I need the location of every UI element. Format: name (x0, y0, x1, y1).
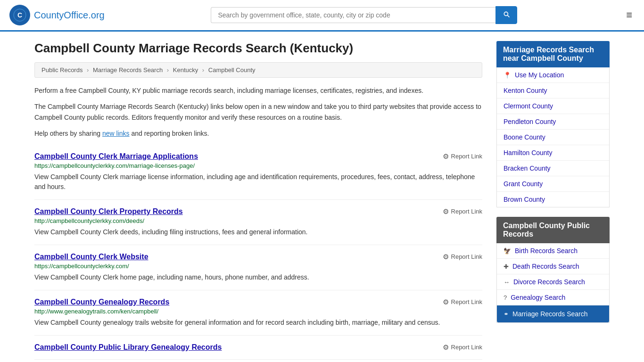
result-header-3: Campbell County Clerk Website ⚙ Report L… (34, 253, 482, 261)
report-link-2[interactable]: ⚙ Report Link (443, 207, 482, 216)
result-desc-2: View Campbell County Clerk deeds, includ… (34, 227, 482, 237)
result-item-2: Campbell County Clerk Property Records ⚙… (34, 200, 482, 245)
breadcrumb-current: Campbell County (208, 66, 256, 74)
logo-icon: C (9, 5, 30, 25)
sidebar-use-location[interactable]: 📍 Use My Location (497, 67, 609, 83)
report-label-4: Report Link (451, 298, 482, 305)
birth-icon: 🦅 (504, 247, 511, 255)
report-icon-2: ⚙ (443, 207, 449, 216)
sidebar-genealogy[interactable]: ? Genealogy Search (497, 290, 609, 305)
breadcrumb-marriage-records[interactable]: Marriage Records Search (93, 66, 163, 74)
result-desc-4: View Campbell County genealogy trails we… (34, 318, 482, 328)
genealogy-link[interactable]: Genealogy Search (511, 294, 565, 301)
result-title-5[interactable]: Campbell County Public Library Genealogy… (34, 343, 222, 352)
description-2: The Campbell County Marriage Records Sea… (34, 101, 482, 123)
result-item-4: Campbell County Genealogy Records ⚙ Repo… (34, 290, 482, 336)
search-button[interactable] (495, 6, 517, 24)
divorce-records-link[interactable]: Divorce Records Search (513, 278, 585, 286)
page-title: Campbell County Marriage Records Search … (34, 41, 482, 56)
breadcrumb-sep-3: › (202, 66, 204, 74)
report-link-3[interactable]: ⚙ Report Link (443, 253, 482, 261)
grant-county-link[interactable]: Grant County (504, 180, 543, 188)
kenton-county-link[interactable]: Kenton County (504, 87, 547, 94)
result-title-4[interactable]: Campbell County Genealogy Records (34, 298, 169, 306)
report-icon-5: ⚙ (443, 343, 449, 352)
sidebar-grant[interactable]: Grant County (497, 176, 609, 192)
description-3: Help others by sharing new links and rep… (34, 128, 482, 139)
death-icon: ✚ (504, 263, 509, 270)
logo-area: C CountyOffice.org (9, 5, 105, 25)
location-icon: 📍 (504, 72, 511, 79)
breadcrumb-public-records[interactable]: Public Records (41, 66, 83, 74)
sidebar-pendleton[interactable]: Pendleton County (497, 114, 609, 130)
sidebar-divorce-records[interactable]: ↔ Divorce Records Search (497, 274, 609, 290)
report-link-1[interactable]: ⚙ Report Link (443, 152, 482, 161)
genealogy-icon: ? (504, 294, 507, 301)
report-icon-4: ⚙ (443, 298, 449, 306)
divorce-icon: ↔ (504, 279, 510, 286)
sidebar-brown[interactable]: Brown County (497, 192, 609, 207)
sidebar-marriage-records[interactable]: ⚭ Marriage Records Search (497, 305, 609, 322)
marriage-records-link[interactable]: Marriage Records Search (512, 310, 588, 318)
content-area: Campbell County Marriage Records Search … (34, 41, 482, 360)
sidebar-birth-records[interactable]: 🦅 Birth Records Search (497, 243, 609, 259)
menu-icon: ≡ (626, 9, 632, 21)
svg-text:C: C (17, 11, 22, 19)
nearby-section-title: Marriage Records Search near Campbell Co… (496, 41, 610, 67)
marriage-icon: ⚭ (504, 311, 509, 318)
result-title-2[interactable]: Campbell County Clerk Property Records (34, 207, 183, 216)
brown-county-link[interactable]: Brown County (504, 196, 545, 203)
result-desc-1: View Campbell County Clerk marriage lice… (34, 172, 482, 192)
result-url-3: https://campbellcountyclerkky.com/ (34, 263, 482, 270)
description-1: Perform a free Campbell County, KY publi… (34, 85, 482, 96)
breadcrumb-sep-1: › (87, 66, 89, 74)
sidebar-death-records[interactable]: ✚ Death Records Search (497, 259, 609, 274)
public-records-section-title: Campbell County Public Records (496, 217, 610, 243)
logo-text: CountyOffice.org (34, 10, 105, 21)
report-label-3: Report Link (451, 253, 482, 260)
hamilton-county-link[interactable]: Hamilton County (504, 149, 553, 156)
header: C CountyOffice.org ≡ (0, 0, 644, 32)
sidebar-bracken[interactable]: Bracken County (497, 161, 609, 176)
sidebar-clermont[interactable]: Clermont County (497, 99, 609, 114)
report-label-2: Report Link (451, 208, 482, 215)
breadcrumb-kentucky[interactable]: Kentucky (173, 66, 198, 74)
birth-records-link[interactable]: Birth Records Search (515, 247, 578, 255)
breadcrumb-sep-2: › (167, 66, 169, 74)
bracken-county-link[interactable]: Bracken County (504, 165, 551, 172)
clermont-county-link[interactable]: Clermont County (504, 102, 553, 110)
menu-button[interactable]: ≡ (624, 7, 635, 24)
result-url-4: http://www.genealogytrails.com/ken/campb… (34, 308, 482, 315)
report-label-5: Report Link (451, 344, 482, 351)
search-area (211, 6, 517, 24)
result-title-1[interactable]: Campbell County Clerk Marriage Applicati… (34, 152, 198, 161)
death-records-link[interactable]: Death Records Search (512, 263, 579, 270)
result-url-1: https://campbellcountyclerkky.com/marria… (34, 162, 482, 169)
use-location-link[interactable]: Use My Location (515, 71, 564, 79)
pendleton-county-link[interactable]: Pendleton County (504, 118, 556, 125)
result-header-1: Campbell County Clerk Marriage Applicati… (34, 152, 482, 161)
boone-county-link[interactable]: Boone County (504, 133, 545, 141)
sidebar-hamilton[interactable]: Hamilton County (497, 145, 609, 161)
result-url-2: http://campbellcountyclerkky.com/deeds/ (34, 217, 482, 224)
report-icon-3: ⚙ (443, 253, 449, 261)
result-title-3[interactable]: Campbell County Clerk Website (34, 253, 149, 261)
result-header-5: Campbell County Public Library Genealogy… (34, 343, 482, 352)
result-item-1: Campbell County Clerk Marriage Applicati… (34, 145, 482, 200)
report-label-1: Report Link (451, 153, 482, 160)
report-icon-1: ⚙ (443, 152, 449, 161)
result-item-3: Campbell County Clerk Website ⚙ Report L… (34, 245, 482, 290)
result-desc-3: View Campbell County Clerk home page, in… (34, 272, 482, 282)
result-item-5: Campbell County Public Library Genealogy… (34, 336, 482, 360)
breadcrumb: Public Records › Marriage Records Search… (34, 62, 482, 78)
sidebar: Marriage Records Search near Campbell Co… (496, 41, 610, 360)
search-input[interactable] (211, 7, 495, 23)
logo-org: .org (88, 10, 104, 20)
sidebar-kenton[interactable]: Kenton County (497, 83, 609, 99)
public-records-section: 🦅 Birth Records Search ✚ Death Records S… (496, 243, 610, 323)
main-container: Campbell County Marriage Records Search … (20, 32, 624, 362)
sidebar-boone[interactable]: Boone County (497, 130, 609, 145)
report-link-4[interactable]: ⚙ Report Link (443, 298, 482, 306)
new-links-link[interactable]: new links (102, 130, 130, 137)
report-link-5[interactable]: ⚙ Report Link (443, 343, 482, 352)
